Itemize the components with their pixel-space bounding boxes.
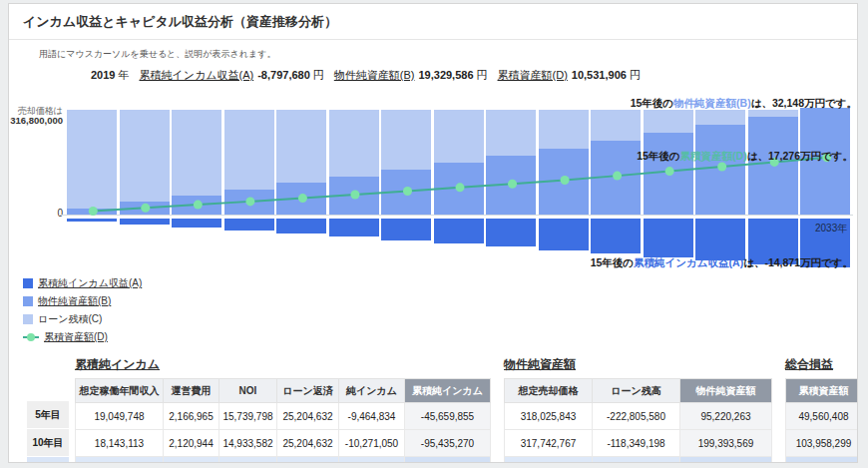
table-row: 317,742,767-118,349,198199,393,569 (505, 430, 772, 457)
summary-year-suffix: 年 (118, 69, 129, 81)
data-point-2025[interactable] (403, 187, 412, 196)
table-section-2: 総合損益累積資産額49,560,408103,958,299172,767,78… (785, 356, 858, 463)
chart-stage: 売却価格は 316,800,000 0 15年後の物件純資産額(B)は、32,1… (9, 93, 857, 272)
legend-label-0: 累積純インカム収益(A) (38, 276, 142, 290)
table-row: 172,767,787 (786, 457, 859, 464)
tooltip-hint-note: 用語にマウスカーソルを乗せると、説明が表示されます。 (39, 48, 857, 61)
year-summary-line: 2019年累積純インカム収益(A)-8,797,680円物件純資産額(B)19,… (91, 68, 857, 83)
summary-term-0[interactable]: 累積純インカム収益(A) (139, 69, 253, 81)
table-cell: 0 (593, 457, 680, 464)
legend-label-2: ローン残積(C) (38, 312, 102, 326)
data-point-2020[interactable] (141, 204, 150, 213)
data-point-2019[interactable] (89, 207, 98, 216)
table-cell: 318,025,843 (505, 403, 593, 430)
legend-item-1[interactable]: 物件純資産額(B) (23, 294, 857, 308)
analysis-card: インカム収益とキャピタル収益分析（資産推移分析） 用語にマウスカーソルを乗せると… (8, 3, 858, 463)
data-point-2022[interactable] (245, 197, 254, 206)
table-cell: 103,958,299 (786, 430, 859, 457)
table-row: 17,488,7312,087,72814,351,67925,204,632-… (76, 457, 491, 464)
data-point-2029[interactable] (613, 172, 622, 181)
table-cell: 49,560,408 (786, 403, 859, 430)
data-point-2027[interactable] (508, 180, 517, 189)
table-cell: 317,742,767 (505, 430, 593, 457)
summary-tables: 5年目10年目15年目 累積純インカム想定稼働年間収入運営費用NOIローン返済純… (27, 356, 857, 463)
table-cell: 18,143,113 (76, 430, 164, 457)
page-title: インカム収益とキャピタル収益分析（資産推移分析） (9, 4, 857, 39)
table-section-1: 物件純資産額想定売却価格ローン残高物件純資産額318,025,843-222,8… (504, 356, 772, 463)
column-header: ローン返済 (277, 379, 339, 403)
table-cell: -45,659,855 (405, 403, 491, 430)
summary-term-1[interactable]: 物件純資産額(B) (334, 69, 415, 81)
table-row: 18,143,1132,120,94414,933,58225,204,632-… (76, 430, 491, 457)
table-cell: 2,166,965 (164, 403, 219, 430)
column-header: 想定稼働年間収入 (76, 379, 164, 403)
column-header: 運営費用 (164, 379, 219, 403)
data-table-2: 累積資産額49,560,408103,958,299172,767,787 (785, 378, 858, 463)
summary-value-2: 10,531,906 (572, 69, 627, 81)
table-row: 318,025,843-222,805,58095,220,263 (505, 403, 772, 430)
table-cell: 17,488,731 (76, 457, 164, 464)
summary-unit-2: 円 (630, 69, 641, 81)
summary-term-2[interactable]: 累積資産額(D) (498, 69, 568, 81)
summary-value-1: 19,329,586 (418, 69, 473, 81)
table-cell: 14,933,582 (219, 430, 277, 457)
table-cell: 2,120,944 (164, 430, 219, 457)
table-cell: -10,852,953 (339, 457, 405, 464)
table-cell: 25,204,632 (277, 457, 339, 464)
title-divider (9, 39, 857, 40)
row-label-15年目: 15年目 (27, 457, 69, 463)
summary-unit-0: 円 (313, 69, 324, 81)
legend-label-3: 累積資産額(D) (44, 330, 108, 344)
table-heading-1[interactable]: 物件純資産額 (504, 356, 772, 373)
table-cell: 25,204,632 (277, 430, 339, 457)
table-cell: -10,271,050 (339, 430, 405, 457)
table-row-labels: 5年目10年目15年目 (27, 401, 69, 463)
data-point-2030[interactable] (665, 167, 674, 176)
legend-label-1: 物件純資産額(B) (38, 294, 111, 308)
table-row: 49,560,408 (786, 403, 859, 430)
y-axis-zero-label: 0 (9, 208, 63, 219)
column-header: NOI (219, 379, 277, 403)
annotation-property-net-assets: 15年後の物件純資産額(B)は、32,148万円です。 (631, 97, 857, 111)
annotation-term-0: 物件純資産額(B) (673, 97, 751, 109)
data-point-2028[interactable] (561, 176, 570, 185)
chart-plot-area (67, 108, 853, 272)
table-cell: -118,349,198 (593, 430, 680, 457)
data-point-2021[interactable] (194, 201, 203, 210)
table-row: 321,483,9700321,483,969 (505, 457, 772, 464)
summary-value-0: -8,797,680 (257, 69, 310, 81)
data-table-0: 想定稼働年間収入運営費用NOIローン返済純インカム累積純インカム19,049,7… (75, 378, 491, 463)
legend-item-2[interactable]: ローン残積(C) (23, 312, 857, 326)
data-point-2026[interactable] (456, 183, 465, 192)
table-heading-0[interactable]: 累積純インカム (75, 356, 491, 373)
chart-legend: 累積純インカム収益(A)物件純資産額(B)ローン残積(C)累積資産額(D) (23, 276, 857, 344)
legend-item-3[interactable]: 累積資産額(D) (23, 330, 857, 344)
column-header: ローン残高 (593, 379, 680, 403)
legend-swatch-icon (23, 296, 33, 306)
column-header: 累積資産額 (786, 379, 859, 403)
y-axis-top-value: 316,800,000 (9, 115, 63, 126)
table-cell: 19,049,748 (76, 403, 164, 430)
summary-year: 2019 (91, 69, 115, 81)
column-header: 想定売却価格 (505, 379, 593, 403)
summary-unit-1: 円 (477, 69, 488, 81)
data-point-2023[interactable] (298, 194, 307, 203)
legend-swatch-icon (23, 278, 33, 288)
table-cell: -95,435,270 (405, 430, 491, 457)
data-table-1: 想定売却価格ローン残高物件純資産額318,025,843-222,805,580… (504, 378, 772, 463)
table-row: 19,049,7482,166,96515,739,79825,204,632-… (76, 403, 491, 430)
legend-line-dot-icon (23, 332, 39, 342)
hover-year-label: 2033年 (815, 222, 847, 235)
table-cell: -9,464,834 (339, 403, 405, 430)
table-cell: 95,220,263 (680, 403, 772, 430)
data-point-2024[interactable] (350, 191, 359, 200)
annotation-term-2: 累積純インカム収益(A) (634, 256, 743, 268)
column-header: 物件純資産額 (680, 379, 772, 403)
table-cell: 25,204,632 (277, 403, 339, 430)
column-header: 累積純インカム (405, 379, 491, 403)
table-cell: 321,483,970 (505, 457, 593, 464)
table-cell: -148,716,182 (405, 457, 491, 464)
table-heading-2[interactable]: 総合損益 (785, 356, 858, 373)
legend-item-0[interactable]: 累積純インカム収益(A) (23, 276, 857, 290)
cumulative-asset-line (67, 108, 853, 272)
